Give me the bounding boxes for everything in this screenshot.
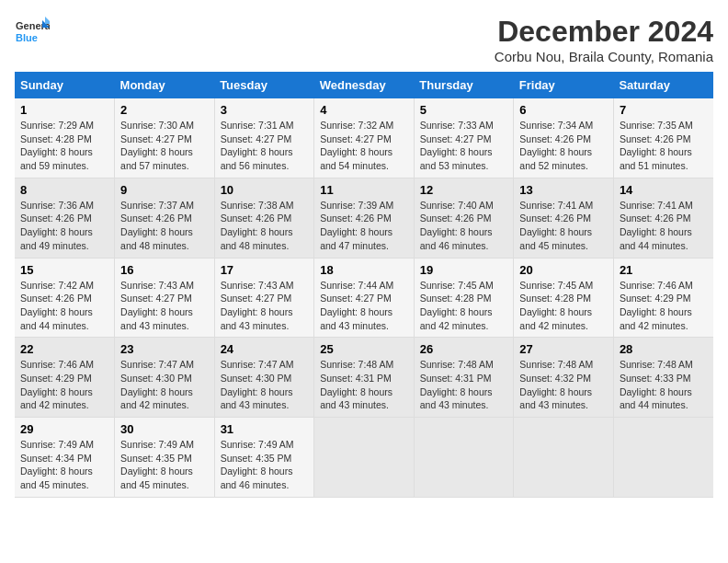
day-info: Sunrise: 7:49 AMSunset: 4:35 PMDaylight:… (120, 438, 209, 492)
calendar-day-cell: 14 Sunrise: 7:41 AMSunset: 4:26 PMDaylig… (613, 178, 713, 258)
page-header: General Blue December 2024 Corbu Nou, Br… (15, 15, 713, 64)
calendar-day-cell: 12 Sunrise: 7:40 AMSunset: 4:26 PMDaylig… (414, 178, 514, 258)
day-info: Sunrise: 7:46 AMSunset: 4:29 PMDaylight:… (20, 358, 108, 412)
day-info: Sunrise: 7:42 AMSunset: 4:26 PMDaylight:… (20, 279, 108, 333)
calendar-empty-cell (514, 418, 614, 498)
calendar-week-row: 29 Sunrise: 7:49 AMSunset: 4:34 PMDaylig… (15, 418, 713, 498)
day-number: 28 (620, 342, 708, 356)
day-info: Sunrise: 7:47 AMSunset: 4:30 PMDaylight:… (120, 358, 209, 412)
header-sunday: Sunday (15, 72, 115, 98)
day-info: Sunrise: 7:31 AMSunset: 4:27 PMDaylight:… (221, 119, 309, 173)
day-info: Sunrise: 7:33 AMSunset: 4:27 PMDaylight:… (420, 119, 508, 173)
day-number: 14 (620, 183, 708, 197)
calendar-day-cell: 5 Sunrise: 7:33 AMSunset: 4:27 PMDayligh… (414, 98, 514, 178)
calendar-day-cell: 16 Sunrise: 7:43 AMSunset: 4:27 PMDaylig… (115, 258, 215, 338)
day-info: Sunrise: 7:49 AMSunset: 4:34 PMDaylight:… (20, 438, 108, 492)
header-monday: Monday (115, 72, 215, 98)
day-info: Sunrise: 7:34 AMSunset: 4:26 PMDaylight:… (519, 119, 608, 173)
day-number: 13 (519, 183, 608, 197)
calendar-week-row: 8 Sunrise: 7:36 AMSunset: 4:26 PMDayligh… (15, 178, 713, 258)
day-info: Sunrise: 7:39 AMSunset: 4:26 PMDaylight:… (320, 199, 408, 253)
calendar-day-cell: 31 Sunrise: 7:49 AMSunset: 4:35 PMDaylig… (214, 418, 314, 498)
calendar-week-row: 1 Sunrise: 7:29 AMSunset: 4:28 PMDayligh… (15, 98, 713, 178)
calendar-week-row: 22 Sunrise: 7:46 AMSunset: 4:29 PMDaylig… (15, 338, 713, 418)
calendar-day-cell: 21 Sunrise: 7:46 AMSunset: 4:29 PMDaylig… (613, 258, 713, 338)
calendar-day-cell: 19 Sunrise: 7:45 AMSunset: 4:28 PMDaylig… (414, 258, 514, 338)
header-wednesday: Wednesday (314, 72, 415, 98)
day-number: 22 (20, 342, 108, 356)
header-tuesday: Tuesday (214, 72, 314, 98)
day-number: 21 (620, 263, 708, 277)
day-info: Sunrise: 7:43 AMSunset: 4:27 PMDaylight:… (120, 279, 209, 333)
calendar-day-cell: 1 Sunrise: 7:29 AMSunset: 4:28 PMDayligh… (15, 98, 115, 178)
day-number: 27 (519, 342, 608, 356)
day-info: Sunrise: 7:48 AMSunset: 4:33 PMDaylight:… (620, 358, 708, 412)
day-number: 25 (320, 342, 408, 356)
day-number: 20 (519, 263, 608, 277)
day-number: 3 (221, 103, 309, 117)
day-info: Sunrise: 7:48 AMSunset: 4:31 PMDaylight:… (420, 358, 508, 412)
day-info: Sunrise: 7:43 AMSunset: 4:27 PMDaylight:… (221, 279, 309, 333)
calendar-day-cell: 9 Sunrise: 7:37 AMSunset: 4:26 PMDayligh… (115, 178, 215, 258)
day-info: Sunrise: 7:41 AMSunset: 4:26 PMDaylight:… (519, 199, 608, 253)
calendar-day-cell: 17 Sunrise: 7:43 AMSunset: 4:27 PMDaylig… (214, 258, 314, 338)
day-info: Sunrise: 7:48 AMSunset: 4:31 PMDaylight:… (320, 358, 408, 412)
logo-image: General Blue (15, 15, 50, 50)
day-info: Sunrise: 7:40 AMSunset: 4:26 PMDaylight:… (420, 199, 508, 253)
day-info: Sunrise: 7:36 AMSunset: 4:26 PMDaylight:… (20, 199, 108, 253)
calendar-day-cell: 2 Sunrise: 7:30 AMSunset: 4:27 PMDayligh… (115, 98, 215, 178)
calendar-day-cell: 11 Sunrise: 7:39 AMSunset: 4:26 PMDaylig… (314, 178, 415, 258)
calendar-day-cell: 29 Sunrise: 7:49 AMSunset: 4:34 PMDaylig… (15, 418, 115, 498)
day-number: 16 (120, 263, 209, 277)
calendar-day-cell: 20 Sunrise: 7:45 AMSunset: 4:28 PMDaylig… (514, 258, 614, 338)
header-saturday: Saturday (613, 72, 713, 98)
day-number: 7 (620, 103, 708, 117)
calendar-day-cell: 30 Sunrise: 7:49 AMSunset: 4:35 PMDaylig… (115, 418, 215, 498)
day-info: Sunrise: 7:41 AMSunset: 4:26 PMDaylight:… (620, 199, 708, 253)
day-number: 24 (221, 342, 309, 356)
calendar-day-cell: 13 Sunrise: 7:41 AMSunset: 4:26 PMDaylig… (514, 178, 614, 258)
day-number: 12 (420, 183, 508, 197)
day-info: Sunrise: 7:29 AMSunset: 4:28 PMDaylight:… (20, 119, 108, 173)
day-number: 5 (420, 103, 508, 117)
calendar-header-row: SundayMondayTuesdayWednesdayThursdayFrid… (15, 72, 713, 98)
logo: General Blue (15, 15, 50, 50)
calendar-day-cell: 28 Sunrise: 7:48 AMSunset: 4:33 PMDaylig… (613, 338, 713, 418)
calendar-day-cell: 10 Sunrise: 7:38 AMSunset: 4:26 PMDaylig… (214, 178, 314, 258)
day-number: 8 (20, 183, 108, 197)
day-info: Sunrise: 7:45 AMSunset: 4:28 PMDaylight:… (420, 279, 508, 333)
calendar-day-cell: 18 Sunrise: 7:44 AMSunset: 4:27 PMDaylig… (314, 258, 415, 338)
day-number: 30 (120, 422, 209, 436)
day-number: 15 (20, 263, 108, 277)
day-number: 17 (221, 263, 309, 277)
header-friday: Friday (514, 72, 614, 98)
calendar-title-block: December 2024 Corbu Nou, Braila County, … (495, 15, 713, 64)
day-info: Sunrise: 7:48 AMSunset: 4:32 PMDaylight:… (519, 358, 608, 412)
calendar-day-cell: 6 Sunrise: 7:34 AMSunset: 4:26 PMDayligh… (514, 98, 614, 178)
day-info: Sunrise: 7:45 AMSunset: 4:28 PMDaylight:… (519, 279, 608, 333)
day-info: Sunrise: 7:32 AMSunset: 4:27 PMDaylight:… (320, 119, 408, 173)
calendar-day-cell: 24 Sunrise: 7:47 AMSunset: 4:30 PMDaylig… (214, 338, 314, 418)
day-number: 1 (20, 103, 108, 117)
calendar-day-cell: 3 Sunrise: 7:31 AMSunset: 4:27 PMDayligh… (214, 98, 314, 178)
calendar-day-cell: 23 Sunrise: 7:47 AMSunset: 4:30 PMDaylig… (115, 338, 215, 418)
calendar-empty-cell (414, 418, 514, 498)
calendar-day-cell: 25 Sunrise: 7:48 AMSunset: 4:31 PMDaylig… (314, 338, 415, 418)
calendar-month-year: December 2024 (495, 15, 713, 49)
calendar-day-cell: 27 Sunrise: 7:48 AMSunset: 4:32 PMDaylig… (514, 338, 614, 418)
day-info: Sunrise: 7:46 AMSunset: 4:29 PMDaylight:… (620, 279, 708, 333)
day-info: Sunrise: 7:38 AMSunset: 4:26 PMDaylight:… (221, 199, 309, 253)
day-info: Sunrise: 7:49 AMSunset: 4:35 PMDaylight:… (221, 438, 309, 492)
day-number: 31 (221, 422, 309, 436)
calendar-table: SundayMondayTuesdayWednesdayThursdayFrid… (15, 72, 713, 498)
day-number: 9 (120, 183, 209, 197)
day-number: 26 (420, 342, 508, 356)
day-number: 10 (221, 183, 309, 197)
calendar-location: Corbu Nou, Braila County, Romania (495, 49, 713, 64)
day-number: 23 (120, 342, 209, 356)
calendar-day-cell: 26 Sunrise: 7:48 AMSunset: 4:31 PMDaylig… (414, 338, 514, 418)
logo-svg: General Blue (15, 15, 50, 50)
calendar-day-cell: 22 Sunrise: 7:46 AMSunset: 4:29 PMDaylig… (15, 338, 115, 418)
day-number: 29 (20, 422, 108, 436)
day-info: Sunrise: 7:47 AMSunset: 4:30 PMDaylight:… (221, 358, 309, 412)
